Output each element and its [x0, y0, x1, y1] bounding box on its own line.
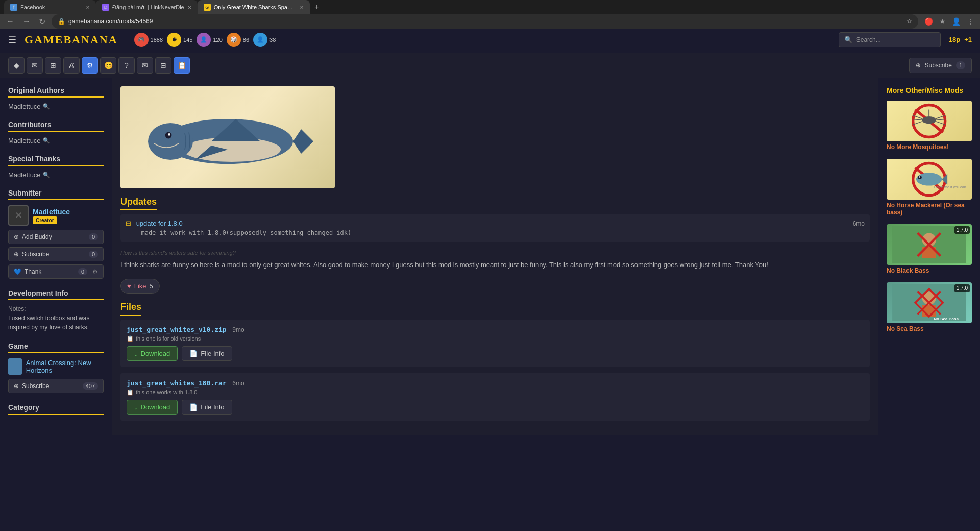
gamebanana-favicon: G	[204, 4, 211, 11]
account-icon[interactable]: 👤	[950, 15, 963, 28]
file-note-icon-1: 📋	[127, 389, 134, 396]
facebook-favicon: f	[10, 4, 17, 11]
action-grid-btn[interactable]: ⊞	[45, 57, 61, 74]
thank-settings-icon[interactable]: ⚙	[92, 268, 98, 275]
special-thanks-title: Special Thanks	[8, 155, 104, 166]
add-buddy-button[interactable]: ⊕ Add Buddy 0	[8, 230, 104, 244]
fileinfo-button-0[interactable]: 📄 File Info	[182, 346, 232, 361]
tab-linkneverdie-title: Đăng bài mới | LinkNeverDie	[112, 4, 184, 11]
mod-card-2[interactable]: 1.7.0 No Black Bass	[887, 224, 972, 274]
action-help-btn[interactable]: ?	[118, 57, 135, 74]
svg-point-10	[922, 116, 936, 124]
back-button[interactable]: ←	[4, 15, 16, 28]
download-button-0[interactable]: ↓ Download	[127, 346, 178, 361]
action-emblem-btn[interactable]: ◆	[8, 57, 24, 74]
site-header: ☰ GAMEBANANA 🎮 1888 ⊕ 145 👤 120 🎲 86 👤 3…	[0, 27, 980, 53]
update-header: ⊟ update for 1.8.0 6mo	[126, 220, 865, 227]
update-icon: ⊟	[126, 220, 131, 227]
game-subscribe-count: 407	[83, 382, 98, 390]
tab-facebook[interactable]: f Facebook ✕	[4, 0, 96, 14]
special-thanks-name: Madlettuce 🔍	[8, 171, 104, 179]
updates-title: Updates	[120, 197, 157, 210]
avatar-count-5: 38	[270, 37, 276, 43]
bookmark-icon[interactable]: ★	[937, 15, 948, 28]
svg-point-20	[916, 173, 942, 185]
star-icon[interactable]: ☆	[906, 18, 912, 25]
tab-linkneverdie-close[interactable]: ✕	[187, 5, 191, 10]
address-text: gamebanana.com/mods/54569	[68, 18, 903, 25]
game-section: Game Animal Crossing: New Horizons ⊕ Sub…	[8, 342, 104, 393]
more-mods-title: More Other/Misc Mods	[887, 86, 972, 94]
address-bar[interactable]: 🔒 gamebanana.com/mods/54569 ☆	[52, 14, 918, 29]
update-title-text[interactable]: update for 1.8.0	[136, 220, 183, 227]
mod-card-1[interactable]: Catch me if you can No Horse Mackerel (O…	[887, 159, 972, 216]
game-subscribe-button[interactable]: ⊕ Subscribe 407	[8, 379, 104, 393]
download-icon-1: ↓	[134, 403, 138, 411]
svg-text:Catch me if you can: Catch me if you can	[934, 185, 966, 189]
avatar-group-1[interactable]: 🎮 1888	[134, 33, 163, 47]
browser-chrome: f Facebook ✕ D Đăng bài mới | LinkNeverD…	[0, 0, 980, 27]
mod-card-3[interactable]: No Sea Bass 1.7.0 No Sea Bass	[887, 282, 972, 332]
game-name[interactable]: Animal Crossing: New Horizons	[26, 359, 104, 374]
author-link-icon[interactable]: 🔍	[43, 103, 50, 110]
refresh-button[interactable]: ↻	[37, 15, 47, 29]
action-print-btn[interactable]: 🖨	[63, 57, 80, 74]
tab-gamebanana[interactable]: G Only Great White Sharks Spawn " ✕	[198, 0, 310, 14]
header-search[interactable]: 🔍 Search...	[839, 32, 941, 47]
update-description: - made it work with 1.8.0(supposedly som…	[126, 229, 865, 236]
action-clipboard-btn[interactable]: 📋	[174, 57, 190, 74]
submitter-row: ✕ Madlettuce Creator	[8, 205, 104, 226]
forward-button[interactable]: →	[20, 15, 33, 28]
subscribe-button[interactable]: ⊕ Subscribe 1	[909, 58, 972, 73]
like-button[interactable]: ♥ Like 5	[120, 279, 160, 294]
linkneverdie-favicon: D	[102, 4, 109, 11]
avatar-group-4[interactable]: 🎲 86	[227, 33, 249, 47]
menu-icon[interactable]: ⋮	[965, 15, 976, 28]
tab-gamebanana-title: Only Great White Sharks Spawn "	[214, 4, 297, 10]
mod-image-container	[120, 86, 335, 188]
hamburger-menu[interactable]: ☰	[8, 34, 16, 45]
page-action-toolbar: ◆ ✉ ⊞ 🖨 ⚙ 😊 ? ✉ ⊟ 📋 ⊕ Subscribe 1	[0, 53, 980, 78]
action-settings-btn[interactable]: ⚙	[82, 57, 98, 74]
authors-section: Original Authors Madlettuce 🔍	[8, 86, 104, 110]
mod-card-img-1: Catch me if you can	[887, 159, 972, 200]
contributor-name: Madlettuce 🔍	[8, 137, 104, 144]
authors-title: Original Authors	[8, 86, 104, 98]
submitter-name[interactable]: Madlettuce	[33, 208, 70, 216]
avatar-group-5[interactable]: 👤 38	[253, 33, 276, 47]
tab-linkneverdie[interactable]: D Đăng bài mới | LinkNeverDie ✕	[96, 0, 198, 14]
game-row: Animal Crossing: New Horizons	[8, 358, 104, 375]
mod-card-title-0: No More Mosquitoes!	[887, 143, 972, 151]
thank-button[interactable]: 💙 Thank 0 ⚙	[8, 264, 104, 279]
svg-text:No Sea Bass: No Sea Bass	[934, 317, 959, 321]
new-tab-button[interactable]: +	[310, 0, 324, 14]
fileinfo-button-1[interactable]: 📄 File Info	[182, 400, 232, 415]
browser-toolbar: ← → ↻ 🔒 gamebanana.com/mods/54569 ☆ 🔴 ★ …	[0, 14, 980, 29]
special-thanks-link-icon[interactable]: 🔍	[43, 172, 50, 178]
tab-facebook-close[interactable]: ✕	[86, 5, 90, 10]
sidebar-subscribe-button[interactable]: ⊕ Subscribe 0	[8, 247, 104, 261]
action-face-btn[interactable]: 😊	[100, 57, 116, 74]
file-age-1: 6mo	[232, 380, 244, 387]
download-button-1[interactable]: ↓ Download	[127, 400, 178, 415]
thank-count: 0	[78, 268, 87, 275]
file-note-icon-0: 📋	[127, 335, 134, 342]
file-note-1: 📋 this one works with 1.8.0	[127, 389, 864, 396]
action-flag-btn[interactable]: ⊟	[155, 57, 172, 74]
file-item-1: just_great_whites_180.rar 6mo 📋 this one…	[120, 373, 870, 421]
mod-card-0[interactable]: No More Mosquitoes!	[887, 101, 972, 151]
file-header-1: just_great_whites_180.rar 6mo	[127, 379, 864, 387]
svg-point-7	[168, 133, 170, 136]
download-icon-0: ↓	[134, 350, 138, 357]
tab-gamebanana-close[interactable]: ✕	[300, 5, 304, 10]
action-mail-btn[interactable]: ✉	[27, 57, 43, 74]
action-mail2-btn[interactable]: ✉	[137, 57, 153, 74]
files-title: Files	[120, 302, 141, 316]
search-icon: 🔍	[844, 36, 852, 43]
extension-icon[interactable]: 🔴	[922, 15, 935, 28]
contributor-link-icon[interactable]: 🔍	[43, 137, 50, 144]
avatar-4: 🎲	[227, 33, 241, 47]
avatar-group-3[interactable]: 👤 120	[197, 33, 222, 47]
avatar-group-2[interactable]: ⊕ 145	[167, 33, 192, 47]
mod-card-img-3: No Sea Bass 1.7.0	[887, 282, 972, 323]
